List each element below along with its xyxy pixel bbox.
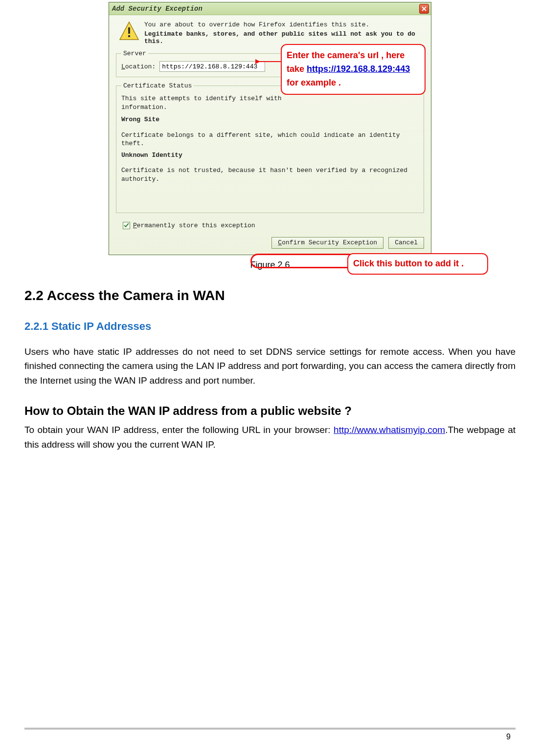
svg-rect-1 xyxy=(128,27,130,34)
unknown-identity-heading: Unknown Identity xyxy=(121,151,419,160)
unknown-identity-text: Certificate is not trusted, because it h… xyxy=(121,166,419,183)
location-label: Location: xyxy=(121,63,156,70)
page-number: 9 xyxy=(0,733,540,741)
warning-icon xyxy=(119,21,139,41)
cert-legend: Certificate Status xyxy=(121,82,194,89)
paragraph-static-ip: Users who have static IP addresses do no… xyxy=(24,345,516,388)
heading-2-2-1: 2.2.1 Static IP Addresses xyxy=(24,320,516,333)
paragraph-whatismyip: To obtain your WAN IP address, enter the… xyxy=(24,423,516,452)
svg-rect-2 xyxy=(128,35,130,37)
heading-2-2: 2.2 Access the Camera in WAN xyxy=(24,288,516,303)
permanent-store-row[interactable]: Permanently store this exception xyxy=(123,222,424,229)
intro-text-2: Legitimate banks, stores, and other publ… xyxy=(144,30,424,45)
security-exception-dialog: Add Security Exception You are about to … xyxy=(109,2,431,255)
cancel-button[interactable]: Cancel xyxy=(388,237,424,249)
close-icon xyxy=(422,6,427,11)
cert-intro-text: This site attempts to identify itself wi… xyxy=(121,94,419,111)
wrong-site-heading: Wrong Site xyxy=(121,115,419,124)
permanent-checkbox[interactable] xyxy=(123,222,130,229)
dialog-button-row: Confirm Security Exception Cancel xyxy=(109,235,431,255)
server-legend: Server xyxy=(121,50,148,57)
whatismyip-link[interactable]: http://www.whatismyip.com xyxy=(334,425,445,435)
cert-status-fieldset: Certificate Status This site attempts to… xyxy=(116,82,424,213)
close-button[interactable] xyxy=(419,4,429,14)
check-icon xyxy=(124,223,129,228)
intro-text-1: You are about to override how Firefox id… xyxy=(144,21,424,28)
callout-enter-url: Enter the camera's url , here take https… xyxy=(281,44,426,95)
dialog-titlebar: Add Security Exception xyxy=(109,2,431,15)
page-footer: 9 xyxy=(0,728,540,741)
permanent-label: Permanently store this exception xyxy=(133,222,255,229)
confirm-security-exception-button[interactable]: Confirm Security Exception xyxy=(271,237,383,249)
figure-screenshot: Add Security Exception You are about to … xyxy=(109,0,431,255)
location-input[interactable] xyxy=(159,61,265,72)
heading-wan-ip: How to Obtain the WAN IP address from a … xyxy=(24,404,516,418)
callout-click-button: Click this button to add it . xyxy=(347,253,488,275)
wrong-site-text: Certificate belongs to a different site,… xyxy=(121,131,419,148)
dialog-title: Add Security Exception xyxy=(112,5,202,13)
